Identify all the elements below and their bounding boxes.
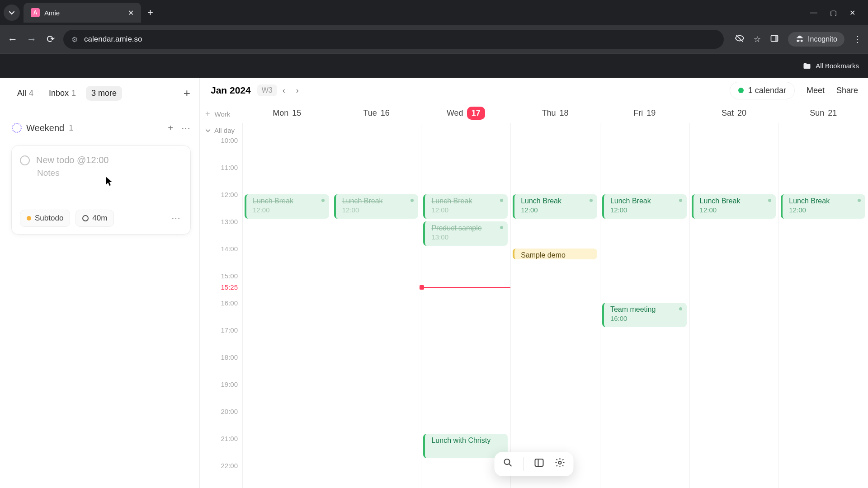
list-more-button[interactable]: ⋯ <box>181 122 190 133</box>
allday-cell[interactable] <box>332 123 421 140</box>
browser-menu-button[interactable]: ⋮ <box>854 34 862 44</box>
calendar-event[interactable]: Lunch Break12:00 <box>513 194 597 219</box>
day-header[interactable]: Fri 19 <box>600 103 689 123</box>
meet-button[interactable]: Meet <box>807 86 825 95</box>
calendar-event[interactable]: Sample demo <box>513 249 597 259</box>
toggle-sidebar-button[interactable] <box>534 457 545 471</box>
tab-favicon: A <box>31 8 40 17</box>
month-label[interactable]: Jan 2024 <box>211 85 251 96</box>
browser-tab[interactable]: A Amie ✕ <box>24 3 141 23</box>
calendar-event[interactable]: Team meeting16:00 <box>602 303 687 327</box>
share-button[interactable]: Share <box>836 86 858 95</box>
time-labels: 10:0011:0012:0013:0014:0015:0016:0017:00… <box>200 140 242 488</box>
day-column[interactable]: Lunch Break12:00 <box>332 140 421 488</box>
window-maximize-button[interactable]: ▢ <box>830 9 837 17</box>
day-column[interactable]: Lunch Break12:00 <box>689 140 779 488</box>
calendar-event[interactable]: Lunch Break12:00 <box>423 194 508 219</box>
floating-toolbar <box>495 452 574 476</box>
allday-cell[interactable] <box>510 123 600 140</box>
sidebar-tab-inbox[interactable]: Inbox 1 <box>43 86 81 101</box>
calendar-event[interactable]: Product sample13:00 <box>423 221 508 246</box>
day-header[interactable]: Sun 21 <box>778 103 868 123</box>
time-label: 11:00 <box>221 164 238 171</box>
day-column[interactable]: Lunch Break12:00Sample demo <box>510 140 600 488</box>
sidebar-add-button[interactable]: + <box>184 86 190 100</box>
site-settings-icon[interactable]: ⚙ <box>71 35 78 44</box>
sidebar-tabs: All 4 Inbox 1 3 more + <box>12 86 190 101</box>
nav-forward-button[interactable]: → <box>25 33 38 45</box>
sidebar-tab-more[interactable]: 3 more <box>86 86 122 101</box>
allday-cell[interactable] <box>242 123 332 140</box>
nav-back-button[interactable]: ← <box>6 33 19 45</box>
time-label: 20:00 <box>221 408 238 415</box>
new-tab-button[interactable]: + <box>147 7 153 19</box>
window-minimize-button[interactable]: — <box>810 9 817 17</box>
day-num: 16 <box>381 108 390 118</box>
address-bar[interactable]: ⚙ calendar.amie.so <box>63 30 724 49</box>
calendar-event[interactable]: Lunch Break12:00 <box>334 194 419 219</box>
allday-cell[interactable] <box>778 123 868 140</box>
day-column[interactable]: Lunch Break12:00Team meeting16:00 <box>600 140 689 488</box>
prev-week-button[interactable]: ‹ <box>277 86 291 95</box>
day-header[interactable]: Sat 20 <box>689 103 779 123</box>
sidebar-tab-all[interactable]: All 4 <box>12 86 39 101</box>
allday-row-toggle[interactable]: All day <box>205 127 235 134</box>
event-time: 16:00 <box>610 314 682 322</box>
todo-title-input[interactable]: New todo @12:00 <box>36 155 108 165</box>
incognito-chip[interactable]: Incognito <box>788 32 844 47</box>
calendar-filter-chip[interactable]: 1 calendar <box>730 82 795 99</box>
search-button[interactable] <box>503 457 514 471</box>
event-title: Lunch Break <box>700 197 772 205</box>
subtodo-chip[interactable]: Subtodo <box>20 210 70 227</box>
todo-list-header[interactable]: Weekend 1 + ⋯ <box>12 122 190 133</box>
folder-icon <box>803 62 811 70</box>
event-time: 12:00 <box>253 206 325 214</box>
work-row-label[interactable]: +Work <box>205 109 230 119</box>
window-close-button[interactable]: ✕ <box>849 9 855 17</box>
day-header[interactable]: Tue 16 <box>332 103 421 123</box>
time-grid[interactable]: Lunch Break12:00Lunch Break12:00Lunch Br… <box>242 140 868 488</box>
settings-button[interactable] <box>555 457 566 471</box>
next-week-button[interactable]: › <box>291 86 304 95</box>
day-header[interactable]: Wed 17 <box>421 103 510 123</box>
list-add-button[interactable]: + <box>168 123 173 133</box>
tab-close-button[interactable]: ✕ <box>128 9 134 17</box>
day-header[interactable]: Thu 18 <box>510 103 600 123</box>
tab-search-button[interactable] <box>4 5 20 21</box>
day-header[interactable]: Mon 15 <box>242 103 332 123</box>
event-status-dot-icon <box>858 199 861 202</box>
calendar-event[interactable]: Lunch Break12:00 <box>692 194 776 219</box>
bookmark-star-button[interactable]: ☆ <box>754 34 761 44</box>
todo-card[interactable]: New todo @12:00 Notes Subtodo 40m ⋯ <box>12 146 190 234</box>
side-panel-button[interactable] <box>770 34 779 45</box>
all-bookmarks-link[interactable]: All Bookmarks <box>816 62 859 70</box>
event-time: 13:00 <box>431 233 503 241</box>
event-title: Lunch with Christy <box>431 436 503 445</box>
calendar-event[interactable]: Lunch with Christy <box>423 434 508 458</box>
svg-rect-1 <box>775 35 778 41</box>
event-title: Lunch Break <box>431 197 503 205</box>
todo-more-button[interactable]: ⋯ <box>171 213 181 224</box>
allday-row[interactable] <box>242 123 868 140</box>
allday-cell[interactable] <box>600 123 689 140</box>
calendar-event[interactable]: Lunch Break12:00 <box>781 194 865 219</box>
visibility-off-icon[interactable] <box>735 33 745 46</box>
calendar-event[interactable]: Lunch Break12:00 <box>602 194 687 219</box>
day-column[interactable]: Lunch Break12:00 <box>242 140 332 488</box>
day-column[interactable]: Lunch Break12:00Product sample13:00Lunch… <box>421 140 510 488</box>
nav-reload-button[interactable]: ⟳ <box>44 33 57 45</box>
calendar-event[interactable]: Lunch Break12:00 <box>245 194 329 219</box>
calendar-grid: +Work All day Mon 15Tue 16Wed 17Thu 18Fr… <box>200 103 868 488</box>
todo-checkbox[interactable] <box>20 155 30 165</box>
time-label: 12:00 <box>221 191 238 198</box>
allday-cell[interactable] <box>689 123 779 140</box>
allday-label-text: All day <box>214 127 235 134</box>
time-label: 16:00 <box>221 299 238 307</box>
duration-chip[interactable]: 40m <box>75 210 114 227</box>
allday-cell[interactable] <box>421 123 510 140</box>
day-dow: Wed <box>447 108 463 118</box>
window-controls: — ▢ ✕ <box>810 9 864 17</box>
day-num: 20 <box>737 108 746 118</box>
calendar-color-dot-icon <box>738 88 744 93</box>
day-column[interactable]: Lunch Break12:00 <box>778 140 868 488</box>
